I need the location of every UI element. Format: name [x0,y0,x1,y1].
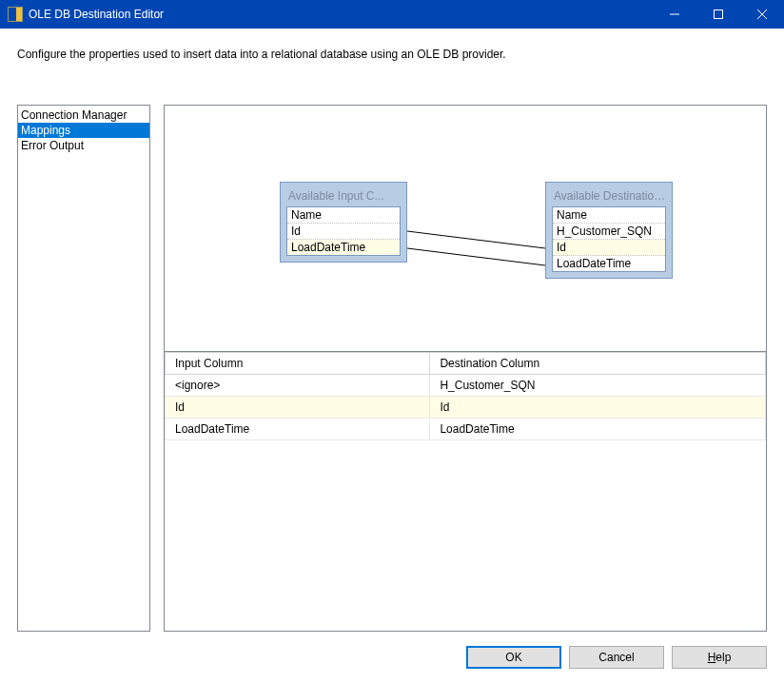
cell-input[interactable]: LoadDateTime [166,419,430,440]
svg-line-4 [407,231,545,248]
svg-rect-1 [715,10,723,19]
client-area: Configure the properties used to insert … [0,29,784,683]
cell-destination[interactable]: LoadDateTime [430,419,766,440]
table-row[interactable]: IdId [166,397,766,419]
mapping-canvas: Available Input C... NameIdLoadDateTime … [165,106,766,351]
nav-panel: Connection ManagerMappingsError Output [17,105,150,632]
box-list: NameH_Customer_SQNIdLoadDateTime [552,206,666,272]
nav-item-mappings[interactable]: Mappings [18,123,149,138]
minimize-button[interactable] [653,0,696,29]
available-destination-columns-box[interactable]: Available Destination... NameH_Customer_… [545,182,673,279]
window-title: OLE DB Destination Editor [29,8,653,21]
dialog-footer: OK Cancel Help [17,632,767,683]
column-item[interactable]: H_Customer_SQN [553,224,665,240]
cell-destination[interactable]: Id [430,397,766,419]
box-title: Available Destination... [554,189,666,203]
cell-destination[interactable]: H_Customer_SQN [430,375,766,397]
help-accel: H [708,651,716,664]
column-item[interactable]: Id [553,240,665,256]
instruction-text: Configure the properties used to insert … [17,48,767,61]
nav-item-connection-manager[interactable]: Connection Manager [18,107,149,123]
column-item[interactable]: LoadDateTime [287,240,400,255]
col-input-header[interactable]: Input Column [166,353,430,375]
help-button[interactable]: Help [672,646,767,669]
mapping-wires [165,106,766,351]
main-row: Connection ManagerMappingsError Output A… [17,105,767,632]
box-title: Available Input C... [288,189,401,203]
table-row[interactable]: <ignore>H_Customer_SQN [166,375,766,397]
cancel-button[interactable]: Cancel [569,646,664,669]
nav-item-error-output[interactable]: Error Output [18,138,149,153]
box-list: NameIdLoadDateTime [286,206,401,256]
maximize-button[interactable] [696,0,740,29]
column-item[interactable]: Name [553,207,665,224]
column-item[interactable]: LoadDateTime [553,256,665,271]
ok-button[interactable]: OK [466,646,561,669]
svg-line-5 [407,248,545,265]
cell-input[interactable]: Id [166,397,430,419]
cancel-label: Cancel [598,651,634,664]
column-item[interactable]: Id [287,224,400,240]
table-row[interactable]: LoadDateTimeLoadDateTime [166,419,766,440]
column-item[interactable]: Name [287,207,400,224]
cell-input[interactable]: <ignore> [166,375,430,397]
app-icon [8,7,23,22]
ok-label: OK [505,651,521,664]
title-bar: OLE DB Destination Editor [0,0,784,29]
col-destination-header[interactable]: Destination Column [430,353,766,375]
mapping-table-wrap: Input Column Destination Column <ignore>… [165,351,766,631]
available-input-columns-box[interactable]: Available Input C... NameIdLoadDateTime [280,182,407,263]
mapping-table[interactable]: Input Column Destination Column <ignore>… [165,352,766,440]
help-rest: elp [715,651,731,664]
close-button[interactable] [740,0,784,29]
right-panel: Available Input C... NameIdLoadDateTime … [164,105,767,632]
